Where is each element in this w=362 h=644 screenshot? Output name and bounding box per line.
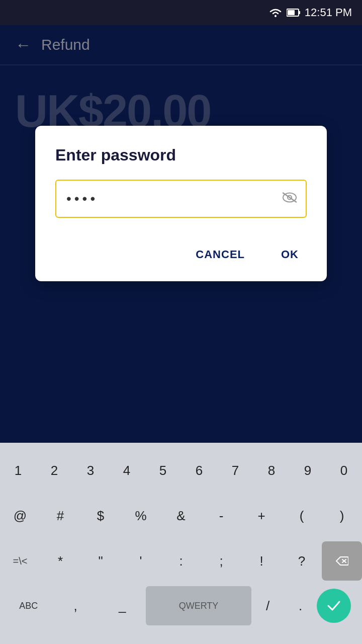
app-background: ← Refund UK$20.00 Enter password [0,25,362,443]
bottom-left: ABC , _ [5,586,146,625]
ok-button[interactable]: OK [273,243,307,266]
key-8[interactable]: 8 [253,451,290,490]
keyboard-row-numbers: 1 2 3 4 5 6 7 8 9 0 [0,448,362,493]
dialog-actions: CANCEL OK [55,238,307,266]
key-7[interactable]: 7 [217,451,253,490]
key-at[interactable]: @ [0,496,40,535]
key-percent[interactable]: % [121,496,161,535]
key-plus[interactable]: + [241,496,282,535]
password-field-wrapper [55,180,307,218]
svg-rect-3 [299,11,300,14]
keyboard-row-symbols2: =\< * " ' : ; ! ? [0,538,362,584]
keyboard: 1 2 3 4 5 6 7 8 9 0 @ # $ % & - + ( ) =\… [0,443,362,644]
backspace-key[interactable] [322,541,362,581]
svg-point-0 [275,15,277,17]
cancel-button[interactable]: CANCEL [188,243,253,266]
key-equals-backslash-lt[interactable]: =\< [0,541,40,581]
key-semicolon[interactable]: ; [201,541,241,581]
dialog-title: Enter password [55,146,307,165]
key-close-paren[interactable]: ) [322,496,362,535]
dialog-overlay: Enter password CANCEL OK [0,25,362,443]
key-hash[interactable]: # [40,496,80,535]
key-6[interactable]: 6 [181,451,217,490]
eye-slash-icon[interactable] [282,191,298,207]
key-slash[interactable]: / [251,586,284,625]
key-exclamation[interactable]: ! [241,541,282,581]
key-quote-single[interactable]: ' [121,541,161,581]
key-question[interactable]: ? [282,541,322,581]
key-underscore[interactable]: _ [99,586,146,625]
key-qwerty[interactable]: QWERTY [146,586,251,625]
key-2[interactable]: 2 [36,451,72,490]
key-3[interactable]: 3 [72,451,109,490]
bottom-right: / . [251,586,357,625]
keyboard-row-bottom: ABC , _ QWERTY / . [0,584,362,628]
svg-rect-2 [288,10,295,15]
key-comma[interactable]: , [52,586,99,625]
wifi-icon [268,7,283,18]
key-9[interactable]: 9 [290,451,326,490]
key-1[interactable]: 1 [0,451,36,490]
key-5[interactable]: 5 [145,451,181,490]
status-icons: 12:51 PM [268,6,352,19]
key-abc[interactable]: ABC [5,586,52,625]
key-dollar[interactable]: $ [80,496,121,535]
status-bar: 12:51 PM [0,0,362,25]
password-input[interactable] [55,180,307,218]
key-asterisk[interactable]: * [40,541,80,581]
key-0[interactable]: 0 [326,451,362,490]
key-colon[interactable]: : [161,541,201,581]
key-period[interactable]: . [284,586,317,625]
status-time: 12:51 PM [305,6,352,19]
key-minus[interactable]: - [201,496,241,535]
key-ampersand[interactable]: & [161,496,201,535]
key-open-paren[interactable]: ( [282,496,322,535]
key-quote-double[interactable]: " [80,541,121,581]
key-4[interactable]: 4 [109,451,145,490]
done-key[interactable] [317,589,351,623]
battery-icon [287,8,301,17]
keyboard-row-symbols1: @ # $ % & - + ( ) [0,493,362,538]
password-dialog: Enter password CANCEL OK [35,126,327,281]
